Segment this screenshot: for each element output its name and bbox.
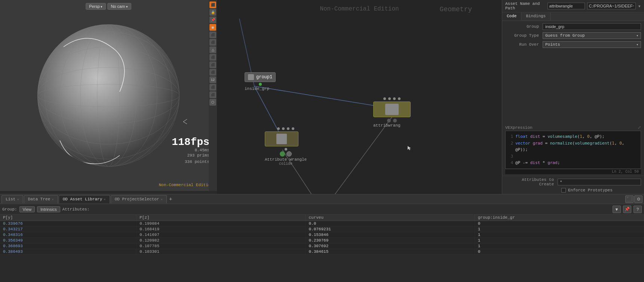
vex-label-row: VEXpression ⤢	[505, 125, 641, 130]
side-tool-1[interactable]: ⬛	[209, 1, 216, 8]
prop-section: Group Group Type Guess from Group ▾ Run …	[502, 21, 644, 124]
tab-data-tree[interactable]: Data Tree ✕	[24, 195, 58, 203]
aw2-dot-1	[383, 97, 386, 100]
bt-split-btn[interactable]: ⊙	[634, 195, 643, 203]
colide-node[interactable]: Attribute Wrangle colide	[265, 127, 307, 166]
tab-odproject-close[interactable]: ✕	[161, 197, 163, 201]
table-body: 0.339676 0.199084 0.0 0 0.343217 0.16841…	[0, 221, 644, 282]
bottom-tabs: List ✕ Data Tree ✕ OD Asset Library ✕ OD…	[0, 194, 644, 204]
side-tool-10[interactable]: ⬛	[209, 69, 216, 76]
side-tool-7[interactable]: △	[209, 46, 216, 53]
viewport-side-toolbar: ⬛ 🔒 📌 ◉ ⬛ ⬛ △ ⬛ ⬛ ⬛ 12 ⬛ ⬛ ⬡	[209, 0, 217, 191]
cursor-indicator	[407, 145, 410, 148]
table-row: 0.368693 0.107785 0.307692 1	[0, 243, 644, 249]
aw2-icon	[385, 104, 399, 115]
group-type-dropdown[interactable]: Guess from Group ▾	[543, 32, 641, 39]
enforce-checkbox[interactable]	[561, 188, 566, 192]
tab-list-close[interactable]: ✕	[17, 197, 19, 201]
svg-line-18	[323, 116, 393, 194]
group-input[interactable]	[543, 23, 641, 30]
aw2-out-dot-1	[387, 119, 391, 122]
bt-collapse-btn[interactable]: ⬛	[625, 195, 634, 203]
enforce-label: Enforce Prototypes	[568, 188, 613, 192]
group1-icon	[248, 74, 254, 80]
vex-line-3: 3	[508, 153, 638, 160]
asset-name-input[interactable]	[548, 3, 585, 9]
tab-add-button[interactable]: +	[168, 196, 174, 202]
group1-node[interactable]: group1 inside_grp	[245, 72, 276, 91]
vex-section: VEXpression ⤢ 1 float dist = volumesampl…	[505, 125, 641, 174]
tab-od-asset-library[interactable]: OD Asset Library ✕	[59, 195, 110, 203]
side-tool-9[interactable]: ⬛	[209, 61, 216, 68]
persp-button[interactable]: Persp	[86, 3, 106, 10]
side-tool-3[interactable]: 📌	[209, 16, 216, 23]
asset-name-row: Asset Name and Path ▾	[502, 0, 644, 12]
side-tool-6[interactable]: ⬛	[209, 39, 216, 46]
run-over-label: Run Over	[505, 42, 543, 47]
colide-sublabel: colide	[265, 162, 307, 166]
node-connections	[217, 0, 502, 194]
run-over-dropdown[interactable]: Points ▾	[543, 41, 641, 48]
group1-sublabel: inside_grp	[245, 87, 276, 91]
side-tool-13[interactable]: ⬛	[209, 91, 216, 98]
group-type-value: Guess from Group	[545, 33, 585, 38]
vex-expand-icon[interactable]: ⤢	[638, 125, 641, 130]
bt-pin-btn[interactable]: 📌	[623, 206, 631, 213]
tab-bindings[interactable]: Bindings	[521, 12, 551, 21]
non-commercial-label: Non-Commercial Edition	[159, 183, 213, 187]
asset-path-input[interactable]	[587, 3, 636, 9]
stats-display: 293 prims 336 points	[172, 152, 209, 165]
vex-status-text: Ln 2, Col 50	[612, 170, 639, 174]
bottom-panel: List ✕ Data Tree ✕ OD Asset Library ✕ OD…	[0, 194, 644, 282]
fps-overlay: 118fps 8.45ms 293 prims 336 points	[172, 136, 209, 165]
table-row: 0.339676 0.199084 0.0 0	[0, 221, 644, 227]
viewport[interactable]: Persp No cam	[0, 0, 217, 191]
enforce-row: Enforce Prototypes	[561, 188, 641, 192]
ng-geometry-label: Geometry	[440, 6, 472, 13]
ms-display: 8.45ms	[172, 148, 209, 152]
side-tool-5[interactable]: ⬛	[209, 31, 216, 38]
side-tool-2[interactable]: 🔒	[209, 9, 216, 16]
attr-create-row: Attributes to Create	[505, 178, 641, 187]
vex-status-bar: Ln 2, Col 50	[505, 169, 641, 174]
tab-list[interactable]: List ✕	[1, 195, 23, 203]
expand-icon[interactable]: ▾	[638, 3, 641, 9]
tab-datatree-close[interactable]: ✕	[52, 197, 53, 201]
bt-filter-btn[interactable]: ▼	[613, 206, 621, 213]
side-tool-8[interactable]: ⬛	[209, 54, 216, 61]
sphere-visualization: Y X	[30, 17, 187, 174]
tab-od-project[interactable]: OD ProjectSelector ✕	[111, 195, 167, 203]
side-tool-4[interactable]: ◉	[209, 24, 216, 31]
vex-editor[interactable]: 1 float dist = volumesample(1, 0, @P); 2…	[505, 131, 641, 169]
side-tool-14[interactable]: ⬡	[209, 99, 216, 106]
aw2-box[interactable]	[373, 101, 411, 117]
vex-line-2: 2 vector grad = normalize(volumegradient…	[508, 140, 638, 153]
table-row: 0.343217 0.168419 0.0769231 1	[0, 227, 644, 232]
intrinsics-btn[interactable]: Intrinsics	[37, 206, 60, 212]
group-type-row: Group Type Guess from Group ▾	[505, 32, 641, 39]
aw2-dot-2	[388, 97, 391, 100]
tab-code[interactable]: Code	[502, 12, 521, 21]
attr-create-input[interactable]	[558, 179, 641, 185]
side-tool-12[interactable]: ⬛	[209, 84, 216, 91]
colide-status-1	[280, 151, 285, 157]
attr-create-label: Attributes to Create	[505, 178, 558, 187]
cam-button[interactable]: No cam	[107, 3, 131, 10]
colide-title: Attribute Wrangle	[265, 157, 307, 162]
attribwrangle-node[interactable]: attribwrang	[373, 97, 411, 128]
svg-line-13	[183, 122, 187, 127]
group-row: Group	[505, 23, 641, 30]
view-btn[interactable]: View	[19, 206, 35, 212]
colide-dot-3	[287, 127, 289, 130]
side-tool-11[interactable]: 12	[209, 76, 216, 83]
asset-name-label: Asset Name and Path	[505, 1, 545, 10]
node-graph[interactable]: Non-Commercial Edition Geometry group1 i…	[217, 0, 502, 194]
tab-odasset-close[interactable]: ✕	[104, 197, 105, 201]
colide-box[interactable]	[265, 131, 298, 146]
properties-panel: Asset Name and Path ▾ Code Bindings Grou…	[502, 0, 644, 194]
attributes-toolbar-label: Attributes:	[62, 207, 90, 212]
attr-section: Attributes to Create Enforce Prototypes	[502, 176, 644, 194]
bt-help-btn[interactable]: ?	[634, 206, 642, 213]
group1-label: group1	[256, 75, 272, 80]
colide-dot-2	[282, 127, 285, 130]
